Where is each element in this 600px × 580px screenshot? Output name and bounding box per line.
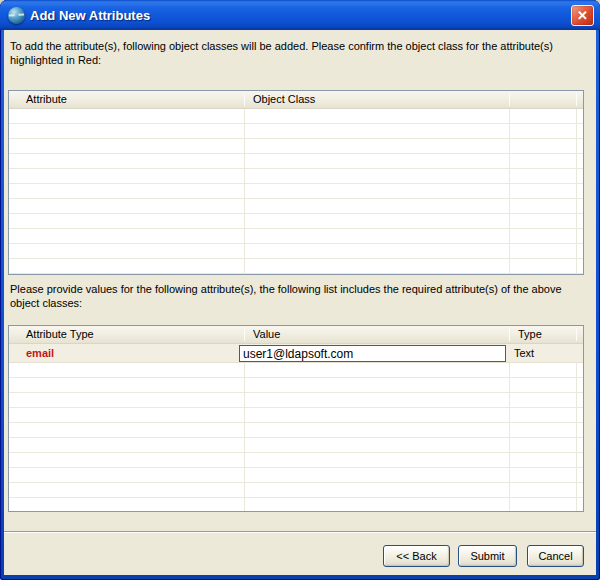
- column-line: [509, 363, 510, 512]
- column-header-type[interactable]: Type: [518, 328, 542, 340]
- table-row-email[interactable]: email Text: [9, 344, 583, 363]
- provide-values-text: Please provide values for the following …: [10, 282, 572, 310]
- column-divider: [509, 328, 510, 341]
- object-class-table-header: Attribute Object Class: [9, 91, 583, 109]
- column-header-object-class[interactable]: Object Class: [253, 93, 315, 105]
- attribute-values-table: Attribute Type Value Type email Text: [8, 325, 584, 512]
- column-line: [244, 109, 245, 275]
- add-new-attributes-dialog: Add New Attributes ✕ To add the attribut…: [0, 0, 600, 580]
- column-divider: [576, 93, 577, 106]
- dialog-content: To add the attribute(s), following objec…: [4, 30, 596, 575]
- column-header-value[interactable]: Value: [253, 328, 280, 340]
- close-icon[interactable]: ✕: [571, 5, 594, 26]
- column-divider: [244, 328, 245, 341]
- submit-button[interactable]: Submit: [458, 545, 517, 567]
- back-button[interactable]: << Back: [383, 545, 450, 567]
- column-header-attribute-type[interactable]: Attribute Type: [26, 328, 94, 340]
- column-line: [576, 109, 577, 275]
- cancel-button[interactable]: Cancel: [527, 545, 584, 567]
- confirm-object-classes-text: To add the attribute(s), following objec…: [10, 39, 572, 67]
- globe-icon: [8, 7, 25, 24]
- column-line: [244, 363, 245, 512]
- column-line: [576, 363, 577, 512]
- object-class-table-body[interactable]: [9, 109, 583, 275]
- attribute-values-table-body[interactable]: [9, 363, 583, 512]
- attribute-values-table-header: Attribute Type Value Type: [9, 326, 583, 344]
- column-divider: [244, 93, 245, 106]
- email-value-input[interactable]: [239, 345, 506, 362]
- footer-divider: [4, 531, 596, 533]
- column-line: [509, 109, 510, 275]
- object-class-table: Attribute Object Class: [8, 90, 584, 275]
- column-header-attribute[interactable]: Attribute: [26, 93, 67, 105]
- title-bar: Add New Attributes ✕: [0, 0, 600, 30]
- column-divider: [509, 93, 510, 106]
- window-title: Add New Attributes: [30, 8, 150, 23]
- column-divider: [576, 328, 577, 341]
- attribute-type-label: Text: [514, 347, 534, 359]
- attribute-name-label: email: [26, 347, 54, 359]
